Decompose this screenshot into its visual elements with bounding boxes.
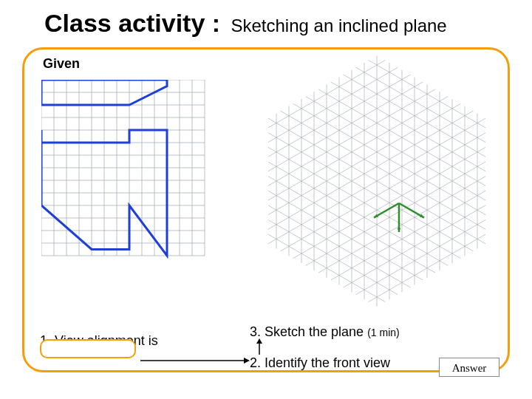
title-sub: Sketching an inclined plane	[231, 16, 446, 35]
orthographic-grid	[41, 80, 219, 265]
svg-marker-100	[244, 358, 250, 364]
svg-line-47	[244, 186, 468, 318]
svg-line-35	[261, 56, 510, 219]
answer-capsule-blank	[40, 339, 136, 358]
svg-line-65	[267, 154, 510, 317]
question-2: 2. Identify the front view	[250, 355, 390, 371]
question-3-time: (1 min)	[367, 327, 400, 338]
title-main: Class activity :	[44, 9, 220, 37]
svg-line-56	[244, 56, 493, 219]
svg-line-66	[273, 165, 510, 318]
svg-line-52	[244, 52, 468, 176]
given-label: Given	[43, 56, 80, 72]
svg-marker-102	[256, 338, 262, 344]
svg-line-70	[299, 208, 510, 318]
slide-title: Class activity : Sketching an inclined p…	[44, 9, 447, 38]
question-3: 3. Sketch the plane (1 min)	[250, 324, 400, 340]
up-arrow-icon	[254, 338, 265, 355]
svg-line-34	[267, 52, 510, 208]
svg-line-49	[244, 208, 455, 318]
svg-line-31	[286, 52, 510, 176]
question-3-text: 3. Sketch the plane	[250, 324, 364, 339]
svg-line-45	[244, 165, 480, 318]
svg-line-44	[244, 154, 487, 317]
svg-line-55	[244, 52, 487, 208]
isometric-grid	[244, 52, 510, 318]
svg-line-64	[261, 143, 510, 306]
answer-button[interactable]: Answer	[439, 358, 499, 377]
svg-line-43	[244, 143, 493, 306]
svg-marker-97	[398, 228, 401, 233]
svg-line-68	[286, 186, 510, 318]
horizontal-arrow-icon	[140, 355, 251, 366]
